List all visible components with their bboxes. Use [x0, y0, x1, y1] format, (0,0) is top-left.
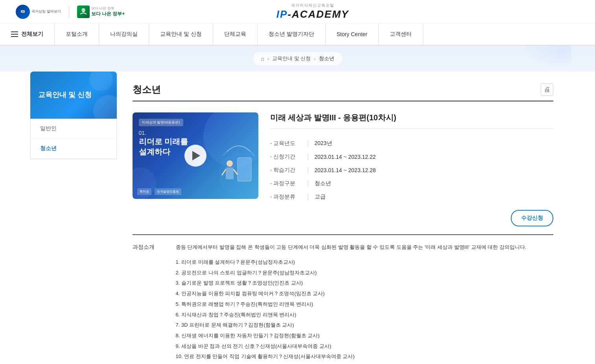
svg-line-10 — [234, 169, 238, 175]
info-label-year: 교육년도 — [270, 140, 302, 147]
desc-label: 과정소개 — [133, 243, 164, 362]
info-divider — [308, 154, 308, 160]
course-desc-inner: 과정소개 중등 단계에서부터 발명을 집해 온 학생들이 고등 단계에서 더욱 … — [133, 243, 553, 362]
play-triangle-icon — [192, 151, 200, 160]
nav-item-customer[interactable]: 고객센터 — [379, 24, 423, 45]
list-item: 10. 연료 전지를 만들어 직업 기술에 활용하기？신재성(서울사대부속여중 … — [176, 351, 553, 362]
thumbnail-logo2: 한국발명진흥원 — [155, 188, 181, 195]
all-menu-label: 전체보기 — [21, 31, 43, 38]
logo-divider — [69, 6, 69, 18]
info-value-category: 고급 — [315, 193, 326, 200]
list-item: 3. 슬기로운 발명 프로젝트 생활？조영성인(인진초 교사) — [176, 278, 553, 289]
course-thumbnail[interactable]: 미세상과 발명III(응용편) 01. 리더로 미래를설계하다 — [133, 112, 258, 199]
nav-item-education[interactable]: 교육안내 및 신청 — [149, 24, 213, 45]
info-row-apply: 신청기간 2023.01.14 ~ 2023.12.22 — [270, 150, 553, 164]
nav-item-story[interactable]: Story Center — [326, 24, 379, 45]
info-label-category: 과정분류 — [270, 193, 302, 200]
desc-intro: 중등 단계에서부터 발명을 집해 온 학생들이 고등 단계에서 더욱 심화된 발… — [176, 243, 553, 252]
nav-items: 포털소개 나의강의실 교육안내 및 신청 단체교육 청소년 발명기자단 Stor… — [55, 24, 595, 45]
info-value-apply: 2023.01.14 ~ 2023.12.22 — [315, 154, 376, 160]
thumbnail-logos: 특허청 한국발명진흥원 — [137, 188, 181, 195]
info-row-year: 교육년도 2023년 — [270, 137, 553, 150]
svg-line-9 — [222, 169, 226, 175]
info-row-type: 과정구분 청소년 — [270, 177, 553, 190]
site-logo: 국가지식재산교육포털 IP-ACADEMY — [276, 3, 349, 20]
header-logos: 🇰🇷 국가상징 알아보기 보다 보다 나은 정부 보다 나은 정부+ — [16, 5, 125, 19]
breadcrumb-sep1: › — [267, 56, 269, 62]
list-item: 8. 신재생 에너지를 이용한 자동차 만들기？김정현(함월초 교사) — [176, 331, 553, 341]
breadcrumb-item-1[interactable]: 교육안내 및 신청 — [272, 55, 311, 62]
sidebar: 교육안내 및 신청 일반인 청소년 — [30, 72, 117, 364]
main-nav: 전체보기 포털소개 나의강의실 교육안내 및 신청 단체교육 청소년 발명기자단… — [0, 24, 595, 46]
apply-btn-row: 수강신청 — [270, 210, 553, 226]
nav-item-portal[interactable]: 포털소개 — [55, 24, 99, 45]
logo1-icon: 🇰🇷 — [16, 5, 30, 19]
info-label-apply: 신청기간 — [270, 153, 302, 160]
nav-item-group[interactable]: 단체교육 — [213, 24, 258, 45]
list-item: 4. 인공지능을 이용한 피지컬 컴퓨팅 메이커？조영석(임진초 교사) — [176, 289, 553, 299]
logo2-badge[interactable]: 보다 보다 나은 정부 보다 나은 정부+ — [77, 6, 125, 18]
list-item: 7. 3D 프린터로 문제 해결하기？김정현(함월초 교사) — [176, 320, 553, 331]
site-logo-main: IP-ACADEMY — [276, 8, 349, 20]
list-item: 5. 특허권으로 레쌩업 하기？주승진(특허법인 리앤목 변리사) — [176, 299, 553, 310]
course-detail: 미세상과 발명III(응용편) 01. 리더로 미래를설계하다 — [133, 112, 553, 226]
breadcrumb-sep2: › — [314, 56, 315, 62]
course-title: 미래 세상과 발명III - 응용편(10차시) — [270, 112, 553, 129]
course-info-table: 교육년도 2023년 신청기간 2023.01.14 ~ 2023.12.22 … — [270, 137, 553, 204]
info-divider — [308, 180, 308, 187]
info-label-type: 과정구분 — [270, 180, 302, 187]
info-row-study: 학습기간 2023.01.14 ~ 2023.12.28 — [270, 164, 553, 177]
course-description-section: 과정소개 중등 단계에서부터 발명을 집해 온 학생들이 고등 단계에서 더욱 … — [133, 234, 553, 362]
svg-rect-8 — [226, 167, 234, 179]
info-divider — [308, 167, 308, 173]
course-info: 미래 세상과 발명III - 응용편(10차시) 교육년도 2023년 신청기간… — [270, 112, 553, 226]
sidebar-item-general[interactable]: 일반인 — [31, 119, 116, 139]
all-menu-button[interactable]: 전체보기 — [0, 24, 55, 45]
breadcrumb-area: ⌂ › 교육안내 및 신청 › 청소년 — [0, 46, 595, 72]
list-item: 6. 지식재산과 창업？주승진(특허법인 리앤목 변리사) — [176, 310, 553, 320]
logo1-text: 국가상징 알아보기 — [31, 9, 61, 14]
sidebar-header: 교육안내 및 신청 — [30, 72, 117, 119]
hamburger-icon — [11, 31, 18, 37]
content-header: 청소년 🖨 — [133, 83, 553, 101]
svg-rect-6 — [239, 160, 250, 177]
breadcrumb-item-2: 청소년 — [319, 55, 334, 62]
desc-content: 중등 단계에서부터 발명을 집해 온 학생들이 고등 단계에서 더욱 심화된 발… — [176, 243, 553, 362]
home-icon[interactable]: ⌂ — [261, 55, 264, 62]
info-value-type: 청소년 — [315, 180, 331, 187]
desc-list: 1. 리더로 미래를 설계하다？윤문주(성남정자초교사) 2. 공모전으로 나의… — [176, 257, 553, 362]
thumbnail-logo1: 특허청 — [137, 188, 151, 195]
logo2-text: 보다 나은 정부 보다 나은 정부+ — [91, 6, 125, 17]
info-label-study: 학습기간 — [270, 167, 302, 174]
info-divider — [308, 194, 308, 200]
site-logo-subtitle: 국가지식재산교육포털 — [276, 3, 349, 8]
page-title: 청소년 — [133, 83, 161, 96]
info-value-year: 2023년 — [315, 140, 332, 147]
sidebar-item-youth[interactable]: 청소년 — [31, 139, 116, 159]
logo1-badge[interactable]: 🇰🇷 국가상징 알아보기 — [16, 5, 61, 19]
content-area: 청소년 🖨 미세상과 발명III(응용편) — [117, 72, 565, 364]
main-container: 교육안내 및 신청 일반인 청소년 청소년 🖨 — [22, 72, 573, 364]
svg-text:보다: 보다 — [81, 9, 86, 11]
nav-item-classroom[interactable]: 나의강의실 — [99, 24, 149, 45]
list-item: 2. 공모전으로 나의 스토리 업글하기？윤문주(성남정자초교사) — [176, 268, 553, 278]
thumbnail-tag: 미세상과 발명III(응용편) — [139, 119, 183, 126]
list-item: 9. 세상을 바꾼 점과 선의 전기 신호？신재성(서울사대부속여중 교사) — [176, 341, 553, 352]
site-header: 🇰🇷 국가상징 알아보기 보다 보다 나은 정부 보다 나은 정부+ 국가지식재… — [0, 0, 595, 24]
breadcrumb: ⌂ › 교육안내 및 신청 › 청소년 — [253, 52, 342, 65]
info-value-study: 2023.01.14 ~ 2023.12.28 — [315, 167, 376, 173]
info-divider — [308, 140, 308, 147]
logo2-icon: 보다 — [77, 6, 90, 18]
nav-item-youth[interactable]: 청소년 발명기자단 — [258, 24, 326, 45]
info-row-category: 과정분류 고급 — [270, 190, 553, 204]
list-item: 1. 리더로 미래를 설계하다？윤문주(성남정자초교사) — [176, 257, 553, 268]
apply-button[interactable]: 수강신청 — [511, 210, 553, 226]
print-icon: 🖨 — [544, 86, 550, 93]
print-button[interactable]: 🖨 — [541, 83, 553, 96]
play-button[interactable] — [184, 145, 206, 167]
sidebar-title: 교육안내 및 신청 — [38, 90, 92, 100]
sidebar-menu: 일반인 청소년 — [30, 119, 117, 159]
svg-point-7 — [227, 160, 233, 167]
